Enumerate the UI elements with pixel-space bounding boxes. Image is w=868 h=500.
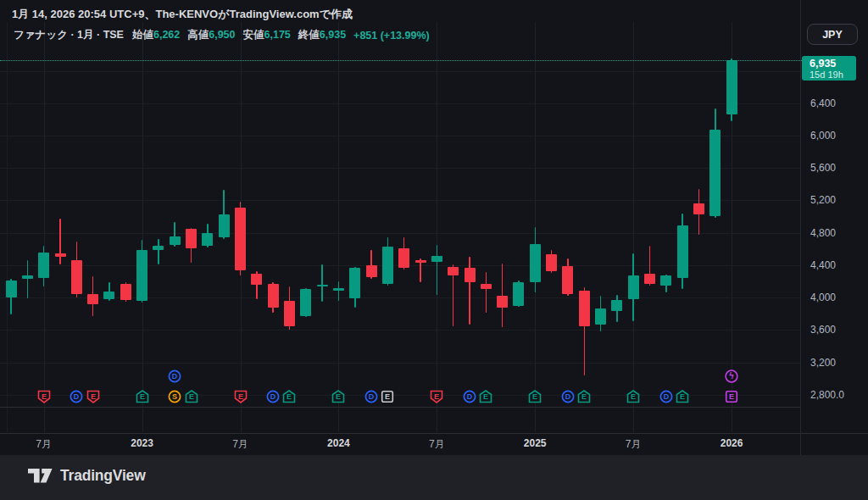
svg-text:E: E: [680, 392, 685, 401]
time-axis-month-label: 7月: [626, 437, 642, 452]
candle-wick: [338, 281, 340, 301]
vertical-gridline: [338, 22, 339, 432]
candle-wick: [27, 260, 29, 298]
svg-text:E: E: [42, 392, 47, 401]
tradingview-logo-text: TradingView: [60, 467, 146, 485]
candle-body: [219, 214, 230, 237]
horizontal-gridline: [0, 71, 800, 72]
svg-text:E: E: [631, 392, 636, 401]
last-price-label[interactable]: 6,935 15d 19h: [802, 56, 856, 81]
vertical-gridline: [142, 22, 143, 432]
tradingview-logo-icon: [28, 469, 53, 483]
price-axis-label: 4,800: [810, 227, 836, 239]
earnings-beat-badge[interactable]: E: [676, 390, 690, 408]
candle-body: [120, 284, 131, 300]
earnings-beat-badge[interactable]: E: [577, 390, 592, 408]
vertical-gridline: [633, 22, 634, 432]
dividend-badge[interactable]: D: [70, 390, 84, 408]
earnings-neutral-badge[interactable]: E: [381, 390, 395, 408]
time-axis-month-label: 7月: [232, 437, 248, 452]
svg-text:E: E: [434, 392, 439, 401]
earnings-beat-badge[interactable]: E: [479, 390, 493, 408]
candle-body: [235, 208, 246, 270]
svg-text:E: E: [385, 392, 390, 401]
tradingview-logo[interactable]: TradingView: [28, 467, 146, 485]
split-badge[interactable]: S: [168, 390, 182, 408]
ohlc-field-label: 高値: [187, 29, 209, 41]
candle-body: [611, 300, 622, 312]
candle-body: [530, 244, 541, 283]
svg-text:D: D: [664, 392, 670, 401]
candle-body: [709, 130, 721, 216]
dividend-badge[interactable]: D: [266, 390, 281, 408]
candle-body: [677, 225, 688, 278]
ohlc-field-label: 始値: [132, 29, 153, 41]
svg-text:D: D: [270, 392, 276, 401]
candle-wick: [59, 219, 61, 265]
chart-plot-area[interactable]: EDEESDEEDEEDEEDEEDEEDEEϟ: [0, 0, 800, 455]
horizontal-gridline: [0, 168, 800, 169]
price-axis-label: 6,400: [810, 97, 836, 109]
svg-text:E: E: [140, 392, 145, 401]
candle-body: [562, 266, 573, 294]
candle-body: [644, 274, 655, 284]
candle-body: [71, 260, 82, 294]
vertical-gridline: [437, 22, 437, 432]
earnings-beat-badge[interactable]: E: [331, 390, 346, 408]
svg-text:ϟ: ϟ: [729, 371, 734, 381]
dividend-badge[interactable]: D: [463, 390, 477, 408]
candle-body: [153, 246, 164, 251]
symbol-title: ファナック · 1月 · TSE: [14, 28, 124, 42]
dividend-badge[interactable]: D: [659, 390, 673, 408]
earnings-upcoming-badge[interactable]: E: [725, 390, 739, 408]
price-axis-label: 4,000: [810, 292, 836, 303]
earnings-miss-badge[interactable]: E: [430, 390, 444, 408]
candle-body: [660, 275, 671, 286]
candle-body: [251, 274, 262, 285]
time-axis[interactable]: [0, 433, 800, 455]
candle-body: [103, 292, 114, 299]
candle-body: [595, 308, 606, 325]
ohlc-field: 安値6,175: [243, 28, 291, 42]
price-axis-label: 5,200: [810, 194, 836, 206]
time-axis-year-label: 2026: [721, 437, 743, 449]
earnings-miss-badge[interactable]: E: [36, 390, 51, 408]
ohlc-field-label: 終値: [298, 29, 320, 41]
earnings-miss-badge[interactable]: E: [86, 390, 100, 408]
dividend-badge[interactable]: D: [560, 390, 575, 408]
price-axis-label: 4,400: [810, 259, 836, 271]
earnings-beat-badge[interactable]: E: [184, 390, 198, 408]
bar-countdown: 15d 19h: [810, 69, 856, 80]
candle-body: [333, 288, 344, 292]
svg-text:E: E: [483, 392, 488, 401]
horizontal-gridline: [0, 136, 800, 136]
horizontal-gridline: [0, 363, 800, 364]
ohlc-field-value: 6,262: [153, 29, 180, 41]
symbol-legend[interactable]: ファナック · 1月 · TSE 始値6,262高値6,950安値6,175終値…: [14, 28, 430, 42]
earnings-beat-badge[interactable]: E: [282, 390, 297, 408]
candle-wick: [469, 257, 470, 324]
svg-text:D: D: [74, 392, 80, 401]
earnings-beat-badge[interactable]: E: [135, 390, 149, 408]
candle-body: [186, 229, 197, 248]
candle-body: [513, 282, 524, 305]
time-axis-month-label: 7月: [429, 437, 445, 452]
svg-text:E: E: [532, 392, 537, 401]
last-price-line: [0, 60, 802, 61]
candle-body: [481, 284, 492, 288]
earnings-miss-badge[interactable]: E: [233, 390, 248, 408]
candle-body: [382, 247, 393, 284]
earnings-flash-badge[interactable]: ϟ: [725, 369, 739, 387]
earnings-beat-badge[interactable]: E: [626, 390, 641, 408]
candle-body: [55, 253, 66, 258]
candle-body: [726, 60, 737, 114]
candle-body: [317, 285, 328, 286]
candle-body: [38, 253, 49, 278]
candle-body: [415, 260, 426, 263]
svg-text:E: E: [237, 392, 242, 401]
footer-bar: TradingView: [0, 455, 868, 500]
earnings-beat-badge[interactable]: E: [528, 390, 542, 408]
dividend-badge[interactable]: D: [364, 390, 379, 408]
time-axis-month-label: 7月: [36, 437, 52, 452]
dividend-badge[interactable]: D: [168, 369, 182, 387]
